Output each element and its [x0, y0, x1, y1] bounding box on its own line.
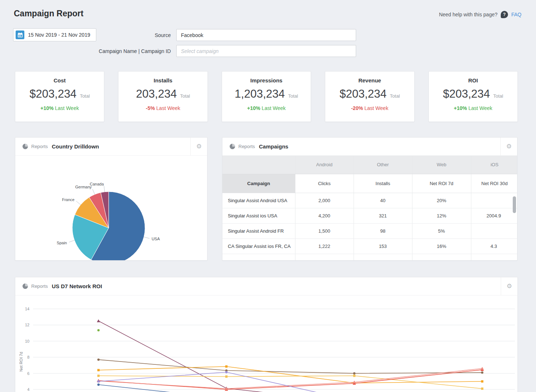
- table-row: [222, 254, 517, 261]
- y-tick-label: 8: [27, 355, 29, 359]
- cell-campaign: Singular Assist Android USA: [222, 193, 295, 208]
- cell-installs: 98: [354, 223, 412, 238]
- table-scrollbar-thumb[interactable]: [513, 196, 516, 213]
- cell-installs: [354, 254, 412, 261]
- orange-line-marker: [97, 369, 100, 371]
- kpi-value: 1,203,234: [235, 87, 285, 100]
- kpi-delta: +10% Last Week: [429, 105, 517, 111]
- panel-title: US D7 Network ROI: [52, 283, 102, 289]
- group-header-android: Android: [295, 156, 354, 174]
- kpi-value: $203,234: [340, 87, 387, 100]
- campaigns-table: AndroidOtherWebiOSCampaignClicksInstalls…: [222, 156, 517, 261]
- violet-line-marker: [97, 380, 100, 383]
- kpi-card-roi: ROI$203,234Total+10% Last Week: [428, 71, 518, 122]
- kpi-card-impressions: Impressions1,203,234Total+10% Last Week: [222, 71, 311, 122]
- kpi-total-label: Total: [288, 93, 298, 99]
- kpi-total-label: Total: [180, 93, 190, 99]
- kpi-title: Revenue: [325, 77, 414, 83]
- cell-net-roi-30d: 4.3: [471, 238, 517, 254]
- y-tick-label: 12: [25, 323, 29, 327]
- help-text: Need help with this page?: [439, 12, 497, 17]
- column-header-installs: Installs: [354, 174, 412, 193]
- kpi-card-row: Cost$203,234Total+10% Last WeekInstalls2…: [15, 71, 518, 122]
- campaign-select-input[interactable]: [176, 45, 356, 57]
- cell-net-roi-7d: 16%: [412, 238, 471, 254]
- table-row: Singular Assist Android USA2,0004020%: [222, 193, 517, 208]
- cell-campaign: Singular Assist Android FR: [222, 223, 295, 238]
- table-row: Singular Assist ios USA4,20032112%2004.9: [222, 208, 517, 223]
- gear-icon[interactable]: ⚙: [500, 138, 517, 156]
- plum-line-marker: [97, 319, 100, 322]
- kpi-card-installs: Installs203,234Total-5% Last Week: [118, 71, 207, 122]
- pie-label-france: France: [62, 197, 74, 202]
- pie-label-leader: [104, 186, 105, 192]
- date-range-picker[interactable]: 15 Nov 2019 - 21 Nov 2019: [13, 28, 96, 41]
- cell-net-roi-30d: [471, 193, 517, 208]
- pie-label-leader: [93, 189, 95, 195]
- salmon-line-marker: [481, 367, 484, 370]
- kpi-card-revenue: Revenue$203,234Total-20% Last Week: [325, 71, 414, 122]
- us-d7-network-roi-panel: Reports US D7 Network ROI ⚙ Net ROI 7d 1…: [15, 277, 518, 392]
- blue-line: [98, 385, 482, 392]
- salmon-line: [98, 368, 482, 389]
- panel-title: Campaigns: [259, 143, 289, 150]
- amber-line-marker: [353, 375, 355, 377]
- help-area: Need help with this page? ? FAQ: [439, 11, 521, 18]
- y-tick-label: 4: [27, 387, 29, 392]
- kpi-delta: -20% Last Week: [325, 105, 414, 111]
- green-point-marker: [97, 329, 100, 331]
- kpi-value: $203,234: [29, 87, 76, 100]
- pie-label-spain: Spain: [57, 241, 67, 245]
- cell-net-roi-30d: 2004.9: [471, 208, 517, 223]
- column-header-clicks: Clicks: [295, 174, 354, 193]
- cell-campaign: CA Singular Assist ios FR, CA: [222, 238, 295, 254]
- brown-line-marker: [97, 359, 100, 361]
- pie-label-germany: Germany: [75, 185, 92, 189]
- gear-icon[interactable]: ⚙: [190, 138, 207, 156]
- reports-label: Reports: [238, 144, 255, 149]
- kpi-title: Impressions: [222, 77, 311, 83]
- orange-line-marker: [225, 366, 227, 368]
- calendar-icon: [16, 30, 24, 39]
- amber-line-marker: [225, 375, 227, 377]
- cell-installs: 40: [354, 193, 412, 208]
- table-row: CA Singular Assist ios FR, CA1,22215316%…: [222, 238, 517, 254]
- kpi-value: $203,234: [443, 87, 490, 100]
- blue-line-marker: [97, 383, 100, 385]
- cell-net-roi-30d: [471, 254, 517, 261]
- cell-net-roi-7d: 20%: [412, 193, 471, 208]
- kpi-delta: +10% Last Week: [222, 105, 311, 111]
- pie-label-canada: Canada: [90, 182, 104, 186]
- reports-pie-icon: [230, 144, 235, 149]
- panel-header: Reports Country Drilldown ⚙: [15, 138, 207, 156]
- pie-label-leader: [76, 201, 81, 205]
- cell-net-roi-30d: [471, 223, 517, 238]
- cell-clicks: 2,000: [295, 193, 354, 208]
- brown-line: [98, 360, 482, 373]
- column-header-net-roi-7d: Net ROI 7d: [412, 174, 471, 193]
- group-header-web: Web: [412, 156, 471, 174]
- reports-label: Reports: [31, 144, 48, 149]
- cell-net-roi-7d: [412, 254, 471, 261]
- cell-installs: 153: [354, 238, 412, 254]
- gear-icon[interactable]: ⚙: [501, 277, 517, 295]
- cell-campaign: Singular Assist ios USA: [222, 208, 295, 223]
- pie-label-leader: [144, 237, 149, 238]
- faq-link[interactable]: FAQ: [511, 12, 521, 17]
- source-filter-row: Source: [93, 29, 356, 41]
- pie-label-leader: [69, 240, 74, 242]
- kpi-delta: +10% Last Week: [15, 105, 104, 111]
- campaigns-panel: Reports Campaigns ⚙ AndroidOtherWebiOSCa…: [222, 137, 517, 261]
- column-header-campaign: Campaign: [222, 174, 295, 193]
- kpi-total-label: Total: [80, 93, 90, 99]
- reports-pie-icon: [23, 283, 28, 289]
- y-tick-label: 14: [25, 307, 29, 311]
- kpi-title: Installs: [118, 77, 207, 83]
- help-bubble-icon[interactable]: ?: [501, 11, 508, 18]
- panel-title: Country Drilldown: [52, 143, 99, 150]
- source-input[interactable]: [176, 29, 356, 41]
- reports-label: Reports: [31, 283, 48, 289]
- kpi-value: 203,234: [136, 87, 177, 100]
- kpi-title: ROI: [429, 77, 517, 83]
- cell-clicks: 1,222: [295, 238, 354, 254]
